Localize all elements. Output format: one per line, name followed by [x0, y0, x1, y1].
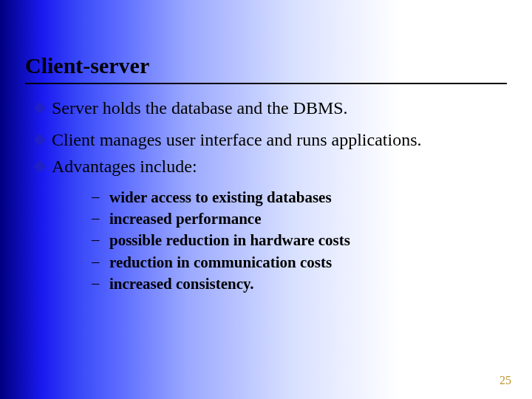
bullet-text: Advantages include:	[52, 156, 197, 177]
sub-text: increased performance	[109, 209, 261, 229]
slide-title: Client-server	[25, 53, 532, 78]
bullet-text: Client manages user interface and runs a…	[52, 129, 422, 151]
sub-item: – increased performance	[92, 209, 502, 229]
bullet-item: Client manages user interface and runs a…	[35, 129, 502, 151]
dash-icon: –	[92, 188, 109, 206]
sub-item: – reduction in communication costs	[92, 253, 502, 273]
sub-item: – increased consistency.	[92, 274, 502, 294]
sub-text: wider access to existing databases	[109, 188, 332, 208]
diamond-icon	[34, 160, 47, 172]
sub-text: reduction in communication costs	[109, 253, 332, 273]
dash-icon: –	[92, 231, 109, 249]
sub-list: – wider access to existing databases – i…	[35, 182, 502, 294]
sub-item: – possible reduction in hardware costs	[92, 231, 502, 250]
sub-text: increased consistency.	[109, 274, 254, 294]
content-area: Server holds the database and the DBMS. …	[0, 84, 532, 294]
sub-text: possible reduction in hardware costs	[109, 231, 350, 250]
page-number: 25	[499, 374, 511, 387]
title-wrap: Client-server	[0, 0, 532, 78]
diamond-icon	[34, 134, 47, 146]
bullet-item: Server holds the database and the DBMS.	[35, 98, 502, 119]
spacer	[35, 123, 502, 129]
slide: Client-server Server holds the database …	[0, 0, 532, 399]
dash-icon: –	[92, 274, 109, 293]
dash-icon: –	[92, 209, 109, 228]
bullet-text: Server holds the database and the DBMS.	[52, 98, 348, 119]
bullet-item: Advantages include:	[35, 156, 502, 177]
diamond-icon	[34, 102, 47, 115]
dash-icon: –	[92, 253, 109, 271]
sub-item: – wider access to existing databases	[92, 188, 502, 208]
